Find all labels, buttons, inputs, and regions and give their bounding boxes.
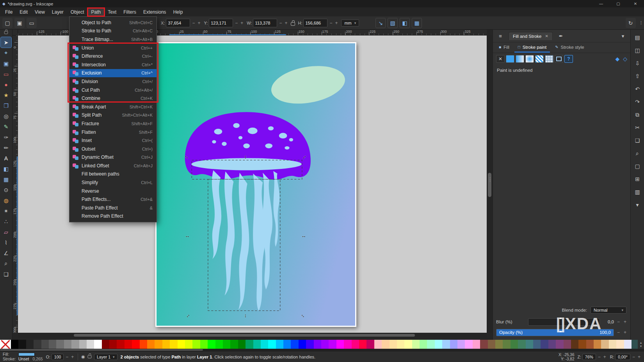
palette-swatch[interactable]	[253, 340, 261, 349]
palette-swatch[interactable]	[276, 340, 283, 349]
fill-rule-evenodd-icon[interactable]: ◇	[623, 56, 627, 62]
menu-item-difference[interactable]: DifferenceCtrl+-	[69, 52, 157, 60]
menu-item-fracture[interactable]: FractureShift+Alt+F	[69, 119, 157, 128]
subtab-fill[interactable]: ■Fill	[495, 43, 513, 53]
palette-swatch[interactable]	[208, 340, 215, 349]
palette-swatch[interactable]	[632, 340, 638, 349]
layer-visibility-toggle[interactable]: ◉	[81, 354, 85, 359]
palette-swatch[interactable]	[140, 340, 147, 349]
scale-corners-toggle[interactable]: ▧	[388, 18, 398, 28]
menu-view[interactable]: View	[31, 8, 48, 16]
h-field-increment[interactable]: +	[334, 20, 338, 26]
zoom-tool[interactable]: ⌕	[1, 258, 11, 269]
menu-item-simplify[interactable]: SimplifyCtrl+L	[69, 178, 157, 187]
menu-item-union[interactable]: UnionCtrl++	[69, 44, 157, 52]
menu-item-trace-bitmap[interactable]: Trace Bitmap...Shift+Alt+B	[69, 35, 157, 44]
drawing-svg[interactable]	[157, 43, 355, 326]
horizontal-scrollbar-thumb[interactable]	[74, 334, 415, 337]
palette-swatch[interactable]	[374, 340, 382, 349]
menu-item-paste-path-effect[interactable]: Paste Path Effect&	[69, 204, 157, 212]
palette-swatch[interactable]	[246, 340, 253, 349]
x-field[interactable]	[166, 19, 190, 27]
palette-swatch[interactable]	[488, 340, 495, 349]
subtab-stroke-style[interactable]: ✎Stroke style	[551, 43, 587, 53]
palette-swatch[interactable]	[518, 340, 525, 349]
menu-item-combine[interactable]: CombineCtrl+K	[69, 94, 157, 103]
menu-extensions[interactable]: Extensions	[140, 8, 170, 16]
palette-swatch[interactable]	[109, 340, 117, 349]
palette-swatch[interactable]	[26, 340, 34, 349]
pencil-tool[interactable]: ✎	[1, 121, 11, 132]
palette-swatch[interactable]	[578, 340, 586, 349]
palette-swatch[interactable]	[299, 340, 306, 349]
palette-swatch[interactable]	[79, 340, 87, 349]
palette-swatch[interactable]	[223, 340, 230, 349]
palette-swatch[interactable]	[71, 340, 79, 349]
palette-swatch[interactable]	[329, 340, 336, 349]
calligraphy-tool[interactable]: ✏	[1, 142, 11, 153]
fill-rule-nonzero-icon[interactable]: ◆	[615, 56, 619, 62]
palette-swatch[interactable]	[155, 340, 162, 349]
palette-swatch[interactable]	[533, 340, 541, 349]
close-button[interactable]: ✕	[627, 0, 644, 7]
palette-swatch[interactable]	[64, 340, 71, 349]
palette-scrollbar-thumb[interactable]	[0, 349, 203, 351]
palette-swatch[interactable]	[601, 340, 608, 349]
palette-swatch[interactable]	[132, 340, 139, 349]
palette-scroll-arrows[interactable]: ▴ ▾	[638, 340, 644, 349]
palette-swatch[interactable]	[268, 340, 276, 349]
dock-resize-handle[interactable]: ⋮	[487, 176, 493, 182]
deselect-button[interactable]: ▭	[27, 18, 37, 28]
x-field-increment[interactable]: +	[197, 20, 201, 26]
menu-item-reverse[interactable]: Reverse	[69, 187, 157, 195]
palette-swatch[interactable]	[480, 340, 487, 349]
zoom-entry[interactable]: 76%	[582, 354, 596, 360]
h-field-decrement[interactable]: −	[329, 20, 333, 26]
blur-value[interactable]: 0,0	[602, 319, 614, 324]
palette-swatch[interactable]	[117, 340, 124, 349]
tab-fill-and-stroke[interactable]: Fill and Stroke ✕	[509, 32, 553, 40]
menu-item-cut-path[interactable]: Cut PathCtrl+Alt+/	[69, 86, 157, 94]
select-all-button[interactable]: ▢	[2, 18, 12, 28]
unit-select[interactable]: mm▾	[341, 20, 359, 27]
menu-item-dynamic-offset[interactable]: Dynamic OffsetCtrl+J	[69, 153, 157, 162]
zoom-increment[interactable]: +	[603, 354, 607, 360]
menu-item-division[interactable]: DivisionCtrl+/	[69, 77, 157, 86]
spray-tool[interactable]: ∴	[1, 216, 11, 227]
palette-swatch[interactable]	[18, 340, 26, 349]
y-field-decrement[interactable]: −	[234, 20, 238, 26]
y-field-increment[interactable]: +	[240, 20, 244, 26]
horizontal-scrollbar[interactable]	[18, 333, 487, 338]
blur-slider[interactable]	[528, 318, 600, 326]
palette-swatch[interactable]	[594, 340, 601, 349]
scale-stroke-toggle[interactable]: ↘	[375, 18, 386, 28]
pattern-button[interactable]	[535, 55, 544, 63]
palette-swatch[interactable]	[586, 340, 594, 349]
palette-swatch[interactable]	[397, 340, 404, 349]
layer-selector[interactable]: Layer 1 ▾	[94, 354, 117, 360]
h-field[interactable]	[303, 19, 327, 27]
mesh-gradient-button[interactable]	[545, 55, 553, 63]
opacity-increment[interactable]: +	[623, 330, 627, 335]
refresh-icon[interactable]: ↻	[626, 18, 636, 28]
palette-swatch[interactable]	[564, 340, 571, 349]
palette-swatch[interactable]	[94, 340, 101, 349]
redo-icon[interactable]: ↷	[633, 97, 642, 106]
no-color-swatch[interactable]	[0, 340, 11, 349]
palette-swatch[interactable]	[283, 340, 291, 349]
selection-handle-n[interactable]: ↕	[243, 154, 248, 159]
commands-overflow-icon[interactable]: ▾	[633, 200, 642, 209]
palette-swatch[interactable]	[261, 340, 268, 349]
w-field-decrement[interactable]: −	[278, 20, 283, 26]
palette-swatch[interactable]	[412, 340, 420, 349]
menu-item-inset[interactable]: InsetCtrl+(	[69, 136, 157, 145]
swatch-button[interactable]	[555, 55, 563, 63]
palette-swatch[interactable]	[56, 340, 64, 349]
radial-gradient-button[interactable]	[525, 55, 534, 63]
palette-swatch[interactable]	[215, 340, 223, 349]
gradient-tool[interactable]: ◧	[1, 163, 11, 174]
x-field-decrement[interactable]: −	[191, 20, 196, 26]
no-paint-button[interactable]: ✕	[496, 55, 505, 63]
menu-layer[interactable]: Layer	[48, 8, 67, 16]
palette-swatch[interactable]	[457, 340, 465, 349]
